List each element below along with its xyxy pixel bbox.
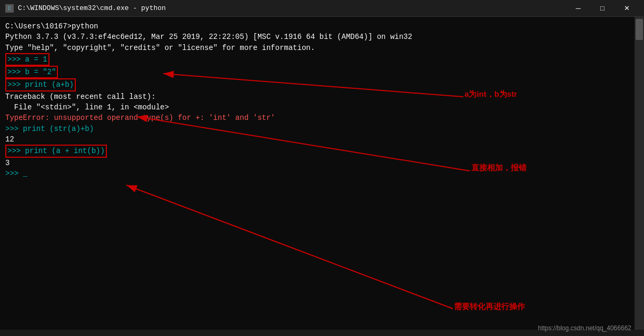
terminal-line-3: Type "help", "copyright", "credits" or "… bbox=[5, 43, 629, 53]
terminal-window: C:\Users\10167>python Python 3.7.3 (v3.7… bbox=[0, 17, 635, 330]
close-button[interactable]: ✕ bbox=[615, 0, 639, 17]
terminal-line-8: File "<stdin>", line 1, in <module> bbox=[5, 102, 629, 113]
terminal-line-13: 3 bbox=[5, 158, 629, 168]
scrollbar-thumb[interactable] bbox=[636, 19, 643, 40]
terminal-line-6: >>> print (a+b) bbox=[5, 78, 629, 91]
terminal-line-1: C:\Users\10167>python bbox=[5, 21, 629, 32]
terminal-line-9: TypeError: unsupported operand type(s) f… bbox=[5, 113, 629, 123]
terminal-line-14: >>> _ bbox=[5, 168, 629, 179]
titlebar: C C:\WINDOWS\system32\cmd.exe - python ─… bbox=[0, 0, 644, 17]
terminal-line-5: >>> b = "2" bbox=[5, 66, 629, 78]
watermark: https://blog.csdn.net/qq_4066662 bbox=[538, 324, 631, 332]
scrollbar[interactable] bbox=[635, 17, 644, 330]
terminal-line-12: >>> print (a + int(b)) bbox=[5, 145, 629, 157]
terminal-line-4: >>> a = 1 bbox=[5, 53, 629, 66]
window-title: C:\WINDOWS\system32\cmd.exe - python bbox=[18, 4, 566, 12]
maximize-button[interactable]: □ bbox=[590, 0, 615, 17]
window-controls: ─ □ ✕ bbox=[566, 0, 639, 17]
terminal-line-7: Traceback (most recent call last): bbox=[5, 91, 629, 102]
minimize-button[interactable]: ─ bbox=[566, 0, 590, 17]
app-icon: C bbox=[5, 4, 14, 13]
terminal-line-11: 12 bbox=[5, 134, 629, 145]
terminal-line-10: >>> print (str(a)+b) bbox=[5, 124, 629, 134]
terminal-line-2: Python 3.7.3 (v3.7.3:ef4ec6ed12, Mar 25 … bbox=[5, 32, 629, 42]
